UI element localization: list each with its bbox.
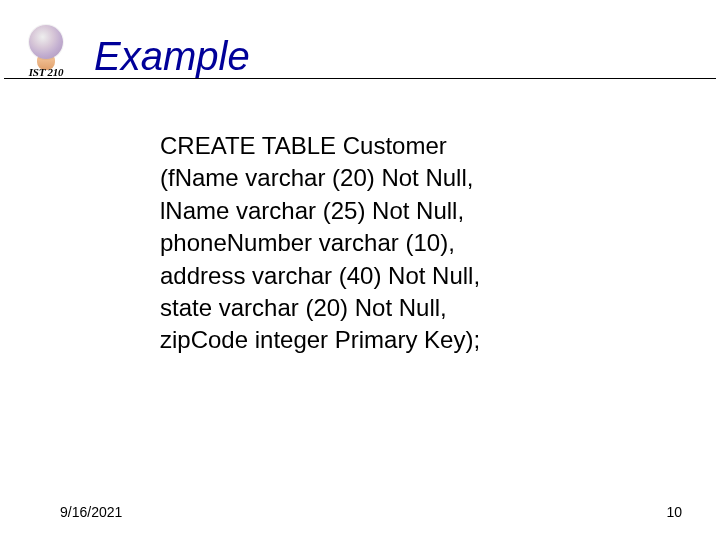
globe-icon — [29, 25, 63, 59]
course-logo: IST 210 — [6, 22, 86, 78]
code-line: address varchar (40) Not Null, — [160, 260, 660, 292]
code-line: CREATE TABLE Customer — [160, 130, 660, 162]
footer-date: 9/16/2021 — [60, 504, 122, 520]
course-code: IST 210 — [29, 66, 63, 78]
slide-title: Example — [94, 36, 250, 78]
code-line: (fName varchar (20) Not Null, — [160, 162, 660, 194]
sql-code-block: CREATE TABLE Customer (fName varchar (20… — [160, 130, 660, 357]
code-line: phoneNumber varchar (10), — [160, 227, 660, 259]
footer-page-number: 10 — [666, 504, 682, 520]
header-divider — [4, 78, 716, 79]
slide-footer: 9/16/2021 10 — [60, 504, 682, 520]
code-line: zipCode integer Primary Key); — [160, 324, 660, 356]
code-line: lName varchar (25) Not Null, — [160, 195, 660, 227]
code-line: state varchar (20) Not Null, — [160, 292, 660, 324]
slide-header: IST 210 Example — [0, 18, 720, 78]
